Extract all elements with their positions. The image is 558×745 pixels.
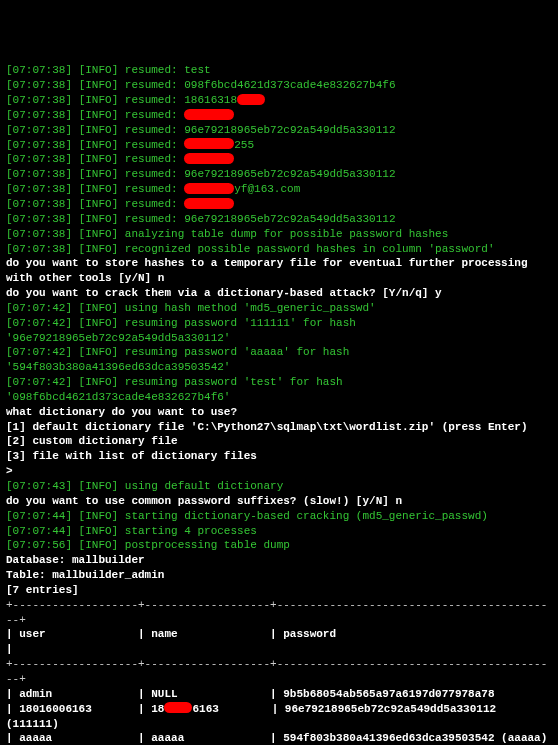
log-line: [07:07:38] [INFO] resumed: 098f6bcd4621d… bbox=[6, 78, 552, 93]
log-line: [07:07:42] [INFO] resuming password 'tes… bbox=[6, 375, 552, 405]
log-line: [2] custom dictionary file bbox=[6, 434, 552, 449]
log-line: [07:07:38] [INFO] recognized possible pa… bbox=[6, 242, 552, 257]
log-line: do you want to crack them via a dictiona… bbox=[6, 286, 552, 301]
log-line: > bbox=[6, 464, 552, 479]
log-line: Database: mallbuilder bbox=[6, 553, 552, 568]
log-line: [07:07:38] [INFO] resumed: yf@163.com bbox=[6, 182, 552, 197]
log-line: Table: mallbuilder_admin bbox=[6, 568, 552, 583]
log-line: [07:07:44] [INFO] starting dictionary-ba… bbox=[6, 509, 552, 524]
log-line: [07:07:42] [INFO] resuming password 'aaa… bbox=[6, 345, 552, 375]
log-line: [07:07:38] [INFO] analyzing table dump f… bbox=[6, 227, 552, 242]
log-line: [07:07:38] [INFO] resumed: 255 bbox=[6, 138, 552, 153]
log-line: [3] file with list of dictionary files bbox=[6, 449, 552, 464]
log-line: [07:07:38] [INFO] resumed: test bbox=[6, 63, 552, 78]
redacted-region bbox=[184, 138, 234, 149]
redacted-region bbox=[184, 198, 234, 209]
log-line: [07:07:42] [INFO] resuming password '111… bbox=[6, 316, 552, 346]
log-line: [07:07:56] [INFO] postprocessing table d… bbox=[6, 538, 552, 553]
log-line: what dictionary do you want to use? bbox=[6, 405, 552, 420]
log-line: [07:07:38] [INFO] resumed: 96e79218965eb… bbox=[6, 212, 552, 227]
log-line: [07:07:42] [INFO] using hash method 'md5… bbox=[6, 301, 552, 316]
log-line: [07:07:38] [INFO] resumed: 18616318 bbox=[6, 93, 552, 108]
log-line: +-------------------+-------------------… bbox=[6, 657, 552, 687]
redacted-region bbox=[184, 183, 234, 194]
redacted-region bbox=[184, 109, 234, 120]
table-row: | 18016006163 | 186163 | 96e79218965eb72… bbox=[6, 702, 552, 732]
log-line: [07:07:38] [INFO] resumed: 96e79218965eb… bbox=[6, 123, 552, 138]
redacted-region bbox=[164, 702, 192, 713]
log-line: [07:07:38] [INFO] resumed: 96e79218965eb… bbox=[6, 167, 552, 182]
log-line: [07:07:44] [INFO] starting 4 processes bbox=[6, 524, 552, 539]
log-line: [07:07:38] [INFO] resumed: bbox=[6, 108, 552, 123]
log-line: [7 entries] bbox=[6, 583, 552, 598]
redacted-region bbox=[184, 153, 234, 164]
table-row: | aaaaa | aaaaa | 594f803b380a41396ed63d… bbox=[6, 731, 552, 745]
log-line: do you want to store hashes to a tempora… bbox=[6, 256, 552, 286]
log-line: do you want to use common password suffi… bbox=[6, 494, 552, 509]
log-line: [07:07:43] [INFO] using default dictiona… bbox=[6, 479, 552, 494]
redacted-region bbox=[237, 94, 265, 105]
log-line: [1] default dictionary file 'C:\Python27… bbox=[6, 420, 552, 435]
log-line: | user | name | password | bbox=[6, 627, 552, 657]
terminal-output: [07:07:38] [INFO] resumed: test[07:07:38… bbox=[6, 63, 552, 745]
log-line: [07:07:38] [INFO] resumed: bbox=[6, 197, 552, 212]
log-line: [07:07:38] [INFO] resumed: bbox=[6, 152, 552, 167]
log-line: +-------------------+-------------------… bbox=[6, 598, 552, 628]
table-row: | admin | NULL | 9b5b68054ab565a97a6197d… bbox=[6, 687, 552, 702]
